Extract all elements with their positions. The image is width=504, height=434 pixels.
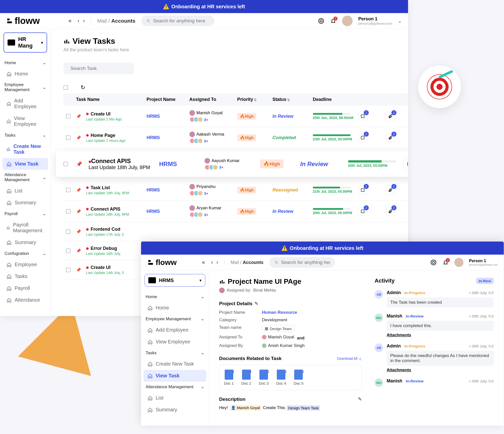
download-icon[interactable]: ⭳ — [301, 369, 305, 373]
team-chip[interactable]: ▦ Design Team — [262, 325, 294, 332]
attachments-link[interactable]: Attachments — [387, 333, 411, 337]
col-priority[interactable]: Priority — [237, 97, 273, 102]
search-input[interactable] — [281, 260, 330, 265]
sidebar-item[interactable]: Employee — [3, 259, 48, 270]
pin-icon[interactable]: 📌 — [76, 161, 89, 167]
table-row[interactable]: 📌Task ListLast Update 18th July, 8PMHRMS… — [63, 179, 408, 201]
attachment-icon[interactable]: 2 — [386, 185, 395, 194]
pin-icon[interactable]: 📌 — [76, 209, 86, 214]
sidebar-item[interactable]: Attendance — [3, 294, 48, 306]
sidebar-item[interactable]: Summary — [144, 404, 206, 416]
document-item[interactable]: ⭳Doc 4 — [276, 370, 286, 385]
sidebar-section-header[interactable]: Attendance Management⌄ — [144, 382, 206, 392]
user-menu-chevron-icon[interactable]: ⌄ — [398, 18, 402, 24]
task-search[interactable] — [63, 63, 134, 74]
download-icon[interactable]: ⭳ — [284, 369, 288, 373]
notes-icon[interactable]: 2 — [358, 133, 367, 142]
sidebar-item[interactable]: List — [144, 392, 206, 404]
forward-icon[interactable]: › — [216, 259, 218, 266]
back-icon[interactable]: ‹ — [78, 18, 79, 24]
user-mention[interactable]: 👤 Manish Goyal — [229, 405, 261, 411]
table-row[interactable]: 📌Connect APISLast Update 18th July, 8PMH… — [56, 151, 408, 177]
row-checkbox[interactable] — [66, 188, 71, 192]
table-row[interactable]: 📌Frontend CodLast Update 17th July, 5 — [63, 222, 408, 241]
row-checkbox[interactable] — [63, 162, 68, 166]
more-assignees[interactable]: 3+ — [204, 213, 208, 217]
pin-icon[interactable]: 📌 — [76, 248, 86, 253]
notes-icon[interactable]: 2 — [404, 159, 408, 170]
sidebar-section-header[interactable]: Tasks⌄ — [3, 130, 48, 140]
sidebar-item[interactable]: Payroll Management — [3, 219, 48, 236]
project-link[interactable]: HRMS — [159, 161, 205, 168]
col-status[interactable]: Status — [273, 97, 313, 102]
avatar[interactable] — [342, 16, 353, 26]
sidebar-item[interactable]: View Task — [144, 370, 206, 382]
project-link[interactable]: HRMS — [147, 135, 189, 140]
sidebar-item[interactable]: Create New Task — [3, 140, 48, 158]
sidebar-section-header[interactable]: Employee Management⌄ — [144, 314, 206, 324]
help-icon[interactable] — [318, 18, 324, 24]
help-icon[interactable] — [430, 259, 437, 266]
attachment-icon[interactable]: 2 — [386, 207, 395, 216]
workspace-selector[interactable]: HRMS ▾ — [145, 274, 205, 287]
sidebar-collapse-icon[interactable]: « — [202, 259, 205, 266]
sidebar-section-header[interactable]: Tasks⌄ — [144, 348, 206, 358]
table-row[interactable]: 📌Home PageLast Update 2 Hours AgoHRMSAak… — [63, 127, 408, 148]
notes-icon[interactable]: 2 — [358, 207, 367, 216]
download-icon[interactable]: ⭳ — [267, 369, 270, 373]
sidebar-section-header[interactable]: Payroll⌄ — [3, 209, 48, 219]
row-checkbox[interactable] — [66, 114, 71, 119]
pin-icon[interactable]: 📌 — [76, 267, 86, 272]
sidebar-item[interactable]: Summary — [3, 236, 48, 248]
row-checkbox[interactable] — [66, 135, 71, 140]
more-assignees[interactable]: 3+ — [204, 139, 208, 143]
project-link[interactable]: HRMS — [147, 209, 189, 214]
sidebar-item[interactable]: Summary — [3, 197, 48, 209]
project-link[interactable]: HRMS — [147, 114, 189, 119]
search-input[interactable] — [153, 18, 210, 24]
sidebar-section-header[interactable]: Employee Management⌄ — [3, 80, 48, 95]
sidebar-item[interactable]: View Employee — [3, 112, 48, 130]
refresh-icon[interactable]: ↻ — [81, 84, 85, 91]
sidebar-item[interactable]: View Employee — [144, 336, 206, 348]
workspace-selector[interactable]: HR Mang ▾ — [4, 32, 47, 53]
back-icon[interactable]: ‹ — [211, 259, 213, 266]
pin-icon[interactable]: 📌 — [76, 135, 86, 140]
project-link[interactable]: HRMS — [147, 187, 189, 193]
notes-icon[interactable]: 2 — [358, 112, 367, 121]
more-assignees[interactable]: 3+ — [204, 191, 208, 195]
sidebar-item[interactable]: Payroll — [3, 282, 48, 294]
team-mention[interactable]: Design Team Task — [286, 405, 320, 411]
sidebar-item[interactable]: List — [3, 185, 48, 197]
sidebar-item[interactable]: Home — [144, 302, 206, 314]
document-item[interactable]: ⭳Doc 5 — [294, 370, 304, 385]
sidebar-item[interactable]: Tasks — [3, 270, 48, 282]
task-search-input[interactable] — [71, 66, 130, 71]
download-all-link[interactable]: Download All ⭳ — [337, 357, 362, 361]
attachments-link[interactable]: Attachments — [387, 368, 411, 372]
download-icon[interactable]: ⭳ — [232, 369, 235, 373]
document-item[interactable]: ⭳Doc 1 — [224, 370, 234, 385]
row-checkbox[interactable] — [66, 229, 71, 234]
global-search[interactable] — [141, 16, 214, 26]
sidebar-item[interactable]: Add Employee — [144, 324, 206, 336]
select-all-checkbox[interactable] — [63, 85, 68, 90]
table-row[interactable]: 📌Connect APISLast Update 18th July, 8PMH… — [63, 201, 408, 222]
download-icon[interactable]: ⭳ — [249, 369, 253, 373]
forward-icon[interactable]: › — [83, 18, 85, 24]
sidebar-section-header[interactable]: Confugration⌄ — [3, 248, 48, 259]
row-checkbox[interactable] — [66, 268, 71, 272]
attachment-icon[interactable]: 2 — [386, 112, 395, 121]
notifications-icon[interactable]: 2 — [442, 259, 449, 266]
sidebar-section-header[interactable]: Home⌄ — [3, 58, 48, 68]
row-checkbox[interactable] — [66, 209, 71, 214]
sidebar-item[interactable]: Add Employee — [3, 95, 48, 112]
more-assignees[interactable]: 3+ — [219, 165, 223, 169]
attachment-icon[interactable]: 2 — [386, 133, 395, 142]
row-checkbox[interactable] — [66, 249, 71, 253]
notifications-icon[interactable]: 2 — [330, 18, 337, 24]
more-assignees[interactable]: 3+ — [204, 117, 208, 122]
sidebar-item[interactable]: Create New Task — [144, 358, 206, 370]
pin-icon[interactable]: 📌 — [76, 229, 86, 234]
sidebar-section-header[interactable]: Home⌄ — [144, 292, 206, 302]
